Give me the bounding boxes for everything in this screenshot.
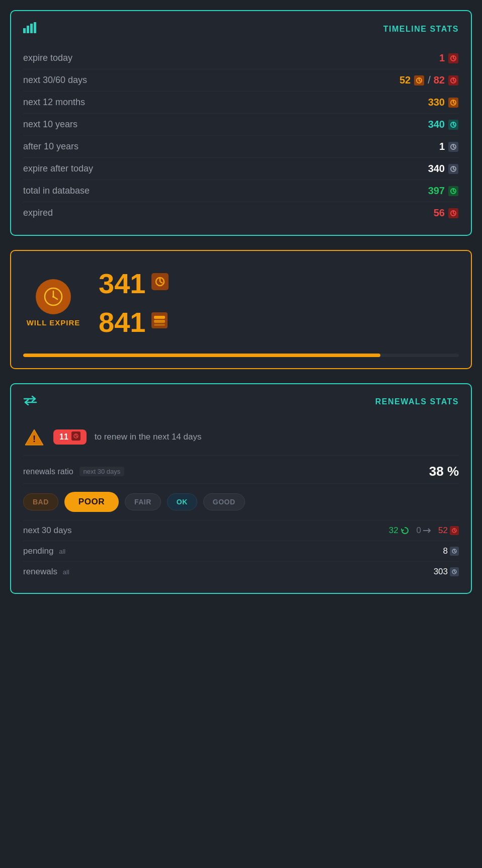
ratio-value: 38 % — [429, 464, 459, 479]
domain-icon-60days — [448, 75, 459, 86]
label-expired: expired — [23, 208, 53, 218]
will-expire-label: WILL EXPIRE — [27, 318, 81, 327]
renewals-header: RENEWALS STATS — [23, 395, 459, 408]
expire-domains-count: 341 — [99, 267, 145, 300]
alert-count: 11 — [59, 432, 68, 442]
renew-30days-values: 32 0 52 — [389, 526, 459, 536]
renewals-all-sublabel: all — [63, 568, 69, 576]
arrows-icon — [23, 395, 37, 408]
stat-row-12months[interactable]: next 12 months 330 — [23, 92, 459, 114]
ratio-sublabel: next 30 days — [79, 467, 125, 476]
stat-row-expire-after-today[interactable]: expire after today 340 — [23, 158, 459, 180]
pending-values: 8 — [443, 546, 459, 556]
label-30-60-days: next 30/60 days — [23, 75, 87, 85]
renewals-stats-card: RENEWALS STATS ! 11 to renew in the next… — [10, 383, 472, 594]
will-expire-content: WILL EXPIRE 341 841 — [23, 262, 459, 349]
ratio-left: renewals ratio next 30 days — [23, 467, 124, 476]
domain-icon-expire-after-today — [448, 163, 459, 175]
value-expire-after-today: 340 — [428, 163, 459, 175]
num-10years: 340 — [428, 119, 445, 130]
badge-bad: BAD — [23, 493, 58, 510]
will-expire-card: WILL EXPIRE 341 841 — [10, 250, 472, 369]
renew-row-30days[interactable]: next 30 days 32 0 52 — [23, 520, 459, 541]
alert-domain-icon — [71, 431, 81, 443]
alert-badge: 11 — [53, 429, 87, 445]
stat-row-30-60-days[interactable]: next 30/60 days 52 / 82 — [23, 69, 459, 92]
label-renewals-all: renewals all — [23, 567, 69, 577]
domain-icon-10years — [448, 119, 459, 130]
label-expire-today: expire today — [23, 53, 72, 63]
timeline-stats-card: TIMELINE STATS expire today 1 next 30/60… — [10, 10, 472, 236]
stat-row-10years[interactable]: next 10 years 340 — [23, 114, 459, 136]
label-total: total in database — [23, 186, 90, 196]
expire-domains-row: 341 — [99, 267, 459, 300]
num-12months: 330 — [428, 97, 445, 108]
svg-rect-50 — [154, 320, 165, 323]
svg-rect-1 — [27, 26, 29, 33]
timeline-title: TIMELINE STATS — [383, 25, 459, 34]
renewals-title: RENEWALS STATS — [375, 397, 459, 406]
alert-text: to renew in the next 14 days — [95, 432, 202, 442]
label-expire-after-today: expire after today — [23, 163, 93, 174]
expire-progress-bar — [23, 354, 459, 357]
domain-icon-after10years — [448, 141, 459, 152]
label-10years: next 10 years — [23, 119, 77, 130]
svg-rect-0 — [23, 28, 26, 33]
renewals-alert-row[interactable]: ! 11 to renew in the next 14 days — [23, 419, 459, 456]
warning-triangle-icon: ! — [23, 426, 45, 448]
svg-rect-49 — [154, 316, 165, 319]
svg-rect-51 — [154, 324, 165, 326]
quality-badges-row: BAD POOR FAIR OK GOOD — [23, 484, 459, 520]
num-60days: 82 — [434, 74, 445, 86]
stat-row-expire-today[interactable]: expire today 1 — [23, 47, 459, 69]
domain-icon-12months — [448, 97, 459, 108]
renew-30days-expired: 52 — [438, 526, 459, 536]
value-10years: 340 — [428, 119, 459, 130]
stat-row-expired[interactable]: expired 56 — [23, 202, 459, 224]
badge-poor: POOR — [64, 492, 119, 512]
svg-rect-3 — [34, 22, 36, 33]
expire-records-row: 841 — [99, 306, 459, 338]
label-pending: pending all — [23, 546, 65, 556]
value-expire-today: 1 — [439, 52, 459, 64]
will-expire-left-panel: WILL EXPIRE — [23, 279, 84, 327]
value-after10years: 1 — [439, 141, 459, 152]
renewals-all-count: 303 — [434, 567, 459, 577]
expire-records-count: 841 — [99, 306, 145, 338]
svg-text:!: ! — [33, 434, 36, 444]
renew-row-all[interactable]: renewals all 303 — [23, 562, 459, 582]
will-expire-right-panel: 341 841 — [99, 267, 459, 338]
pending-count: 8 — [443, 546, 459, 556]
ratio-label: renewals ratio — [23, 467, 73, 476]
stat-row-total[interactable]: total in database 397 — [23, 180, 459, 202]
value-total: 397 — [428, 185, 459, 197]
clock-icon — [36, 279, 71, 314]
label-12months: next 12 months — [23, 97, 85, 108]
label-renew-30days: next 30 days — [23, 526, 71, 536]
num-30days: 52 — [399, 74, 411, 86]
badge-good: GOOD — [203, 493, 245, 510]
domain-icon-expired — [448, 208, 459, 219]
domain-icon-30days — [414, 75, 425, 86]
renew-30days-pending: 0 — [417, 526, 431, 536]
chart-icon — [23, 22, 36, 36]
pending-sublabel: all — [59, 548, 65, 555]
label-after10years: after 10 years — [23, 141, 78, 152]
slash: / — [428, 74, 431, 86]
num-total: 397 — [428, 185, 445, 197]
badge-fair: FAIR — [125, 493, 161, 510]
expire-progress-fill — [23, 354, 380, 357]
svg-rect-2 — [30, 24, 33, 33]
value-12months: 330 — [428, 97, 459, 108]
svg-point-43 — [52, 296, 54, 298]
renewals-ratio-row: renewals ratio next 30 days 38 % — [23, 456, 459, 484]
value-expired: 56 — [434, 207, 459, 219]
badge-ok: OK — [167, 493, 197, 510]
num-expire-today: 1 — [439, 52, 445, 64]
num-expired: 56 — [434, 207, 445, 219]
num-after10years: 1 — [439, 141, 445, 152]
stat-row-after10years[interactable]: after 10 years 1 — [23, 136, 459, 158]
domain-icon-expire-today — [448, 53, 459, 64]
renew-row-pending[interactable]: pending all 8 — [23, 541, 459, 562]
renewals-all-values: 303 — [434, 567, 459, 577]
